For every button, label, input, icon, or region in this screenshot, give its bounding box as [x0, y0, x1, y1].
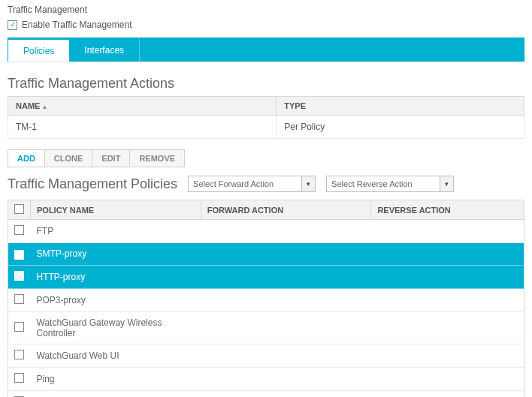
policies-tab-content: Traffic Management Actions NAME▲ TYPE TM…: [8, 62, 524, 397]
select-reverse-label: Select Reverse Action: [331, 179, 413, 188]
toolbar: ADD CLONE EDIT REMOVE: [8, 149, 524, 167]
row-checkbox[interactable]: [14, 271, 24, 281]
tab-interfaces[interactable]: Interfaces: [69, 38, 140, 62]
table-row[interactable]: WatchGuard Web UI: [8, 344, 524, 367]
row-checkbox-cell: [8, 265, 31, 288]
policy-name-cell: SMTP-proxy: [31, 243, 201, 266]
policies-col-name[interactable]: POLICY NAME: [31, 200, 201, 220]
row-checkbox-cell: [8, 243, 31, 266]
tab-policies[interactable]: Policies: [8, 38, 69, 62]
actions-table: NAME▲ TYPE TM-1Per Policy: [8, 96, 524, 139]
row-checkbox[interactable]: [14, 250, 24, 260]
policies-table: POLICY NAME FORWARD ACTION REVERSE ACTIO…: [8, 200, 524, 397]
edit-button[interactable]: EDIT: [92, 149, 130, 167]
row-checkbox[interactable]: [14, 294, 24, 304]
table-row[interactable]: Ping: [8, 367, 524, 390]
actions-cell-type: Per Policy: [277, 116, 524, 139]
row-checkbox-cell: [8, 220, 31, 243]
select-reverse-action[interactable]: Select Reverse Action: [326, 176, 454, 192]
table-row[interactable]: FTP: [8, 220, 524, 243]
policies-header-row: Traffic Management Policies Select Forwa…: [8, 170, 524, 197]
policy-name-cell: WatchGuard Gateway Wireless Controller: [31, 311, 201, 344]
enable-checkbox[interactable]: [8, 20, 17, 30]
row-checkbox-cell: [8, 311, 31, 344]
forward-action-cell: [201, 367, 371, 390]
policies-col-checkbox[interactable]: [8, 200, 31, 220]
policy-name-cell: POP3-proxy: [31, 288, 201, 311]
reverse-action-cell: [371, 288, 524, 311]
remove-button[interactable]: REMOVE: [130, 149, 185, 167]
row-checkbox-cell: [8, 288, 31, 311]
forward-action-cell: [201, 390, 371, 397]
table-row[interactable]: SMTP-proxy: [8, 243, 524, 266]
reverse-action-cell: [371, 367, 524, 390]
policy-name-cell: FTP: [31, 220, 201, 243]
select-forward-action[interactable]: Select Forward Action: [188, 176, 316, 192]
policy-name-cell: WatchGuard Web UI: [31, 344, 201, 367]
chevron-down-icon: [301, 176, 315, 191]
table-row[interactable]: WatchGuard: [8, 390, 524, 397]
enable-label: Enable Traffic Management: [22, 20, 132, 30]
policy-name-cell: HTTP-proxy: [31, 265, 201, 288]
reverse-action-cell: [371, 220, 524, 243]
panel-title: Traffic Management: [8, 5, 524, 15]
tabs: PoliciesInterfaces: [8, 38, 524, 62]
actions-heading: Traffic Management Actions: [8, 76, 524, 92]
policy-name-cell: WatchGuard: [31, 390, 201, 397]
actions-cell-name: TM-1: [8, 116, 277, 139]
forward-action-cell: [201, 243, 371, 266]
actions-col-name[interactable]: NAME▲: [8, 97, 277, 116]
forward-action-cell: [201, 311, 371, 344]
policies-col-forward[interactable]: FORWARD ACTION: [201, 200, 371, 220]
reverse-action-cell: [371, 344, 524, 367]
clone-button[interactable]: CLONE: [45, 149, 93, 167]
table-row[interactable]: HTTP-proxy: [8, 265, 524, 288]
policies-col-reverse[interactable]: REVERSE ACTION: [371, 200, 524, 220]
row-checkbox[interactable]: [14, 225, 24, 235]
select-forward-label: Select Forward Action: [193, 179, 274, 188]
policy-name-cell: Ping: [31, 367, 201, 390]
reverse-action-cell: [371, 311, 524, 344]
row-checkbox[interactable]: [14, 350, 24, 359]
chevron-down-icon: [440, 176, 453, 191]
sort-icon: ▲: [41, 104, 47, 110]
policies-heading: Traffic Management Policies: [8, 176, 177, 192]
row-checkbox[interactable]: [14, 373, 24, 383]
forward-action-cell: [201, 344, 371, 367]
enable-row: Enable Traffic Management: [8, 20, 524, 30]
row-checkbox[interactable]: [14, 322, 24, 332]
table-row[interactable]: WatchGuard Gateway Wireless Controller: [8, 311, 524, 344]
forward-action-cell: [201, 265, 371, 288]
forward-action-cell: [201, 220, 371, 243]
row-checkbox-cell: [8, 344, 31, 367]
select-all-checkbox[interactable]: [14, 204, 24, 214]
actions-col-type[interactable]: TYPE: [277, 97, 524, 116]
reverse-action-cell: [371, 243, 524, 266]
row-checkbox-cell: [8, 367, 31, 390]
table-row[interactable]: POP3-proxy: [8, 288, 524, 311]
add-button[interactable]: ADD: [8, 149, 45, 167]
forward-action-cell: [201, 288, 371, 311]
actions-row[interactable]: TM-1Per Policy: [8, 116, 524, 139]
reverse-action-cell: [371, 390, 524, 397]
row-checkbox-cell: [8, 390, 31, 397]
reverse-action-cell: [371, 265, 524, 288]
